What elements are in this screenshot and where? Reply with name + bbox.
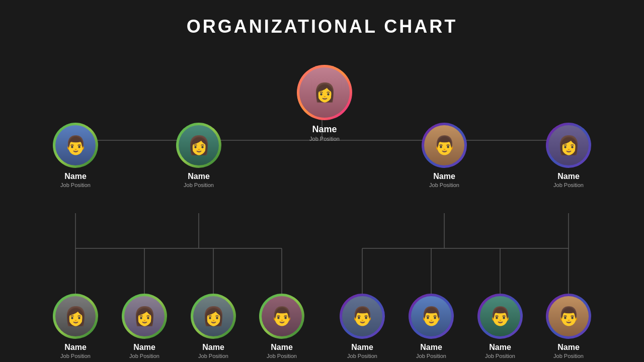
- node-l1-4-pos: Job Position: [553, 182, 584, 188]
- node-l2-6-name: Name: [420, 343, 442, 352]
- node-l2-4-name: Name: [271, 343, 293, 352]
- avatar-l2-7: 👨: [477, 294, 523, 339]
- node-l1-4: 👩 Name Job Position: [538, 123, 599, 188]
- node-l2-6-pos: Job Position: [416, 353, 446, 359]
- avatar-l1-3: 👨: [422, 123, 467, 168]
- avatar-top: 👩: [297, 65, 352, 120]
- node-l2-5-name: Name: [351, 343, 373, 352]
- node-l1-1-pos: Job Position: [60, 182, 91, 188]
- node-l2-8-pos: Job Position: [553, 353, 584, 359]
- node-l2-5: 👨 Name Job Position: [332, 294, 392, 359]
- node-l2-2: 👩 Name Job Position: [114, 294, 175, 359]
- avatar-l2-5: 👨: [340, 294, 385, 339]
- avatar-l2-1: 👩: [53, 294, 98, 339]
- node-top: 👩 Name Job Position: [289, 65, 360, 142]
- node-l2-3: 👩 Name Job Position: [183, 294, 244, 359]
- node-l1-3-pos: Job Position: [429, 182, 459, 188]
- avatar-l1-4: 👩: [546, 123, 591, 168]
- node-l2-1: 👩 Name Job Position: [45, 294, 106, 359]
- node-l1-3-name: Name: [433, 172, 455, 181]
- page-title: ORGANIZATIONAL CHART: [0, 0, 644, 37]
- node-l2-1-name: Name: [64, 343, 87, 352]
- node-l2-4-pos: Job Position: [267, 353, 297, 359]
- node-l2-7-pos: Job Position: [485, 353, 515, 359]
- node-l1-2-name: Name: [188, 172, 210, 181]
- node-l1-1: 👨 Name Job Position: [45, 123, 106, 188]
- node-l1-1-name: Name: [64, 172, 87, 181]
- avatar-l2-6: 👨: [409, 294, 454, 339]
- avatar-l1-2: 👩: [176, 123, 221, 168]
- node-l2-5-pos: Job Position: [347, 353, 377, 359]
- node-l2-2-name: Name: [133, 343, 155, 352]
- node-l2-7-name: Name: [489, 343, 511, 352]
- node-l2-7: 👨 Name Job Position: [470, 294, 530, 359]
- avatar-l2-2: 👩: [122, 294, 167, 339]
- node-l2-6: 👨 Name Job Position: [401, 294, 461, 359]
- node-l1-2-pos: Job Position: [184, 182, 214, 188]
- node-l2-4: 👨 Name Job Position: [252, 294, 312, 359]
- org-chart: 👩 Name Job Position 👨 Name Job Position …: [0, 47, 644, 362]
- avatar-l1-1: 👨: [53, 123, 98, 168]
- node-l1-3: 👨 Name Job Position: [414, 123, 474, 188]
- node-l2-8: 👨 Name Job Position: [538, 294, 599, 359]
- node-l1-4-name: Name: [557, 172, 580, 181]
- node-l2-8-name: Name: [557, 343, 580, 352]
- node-l2-2-pos: Job Position: [129, 353, 159, 359]
- node-top-name: Name: [312, 124, 337, 135]
- avatar-l2-8: 👨: [546, 294, 591, 339]
- node-l2-1-pos: Job Position: [60, 353, 91, 359]
- node-l1-2: 👩 Name Job Position: [169, 123, 229, 188]
- node-l2-3-pos: Job Position: [198, 353, 228, 359]
- node-l2-3-name: Name: [202, 343, 224, 352]
- avatar-l2-3: 👩: [191, 294, 236, 339]
- avatar-l2-4: 👨: [259, 294, 304, 339]
- node-top-position: Job Position: [309, 136, 340, 142]
